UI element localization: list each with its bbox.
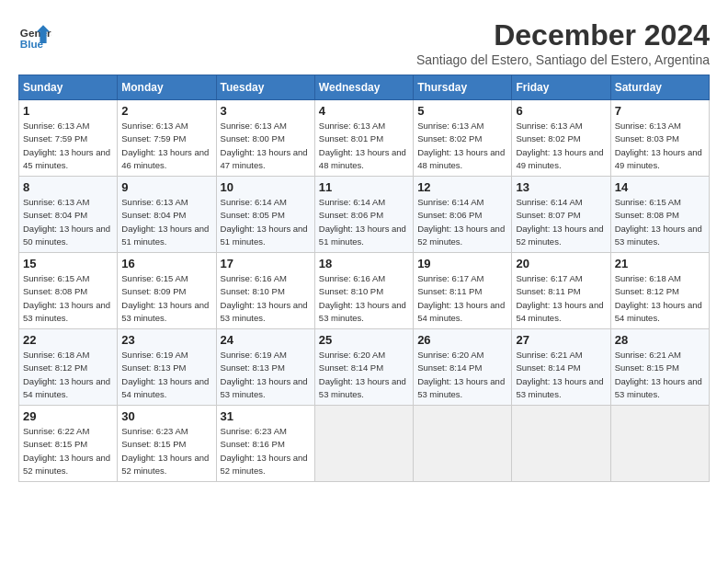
- sunset-label: Sunset: 8:02 PM: [417, 133, 482, 144]
- day-number: 24: [221, 333, 311, 347]
- day-number: 12: [417, 180, 507, 194]
- daylight-label: Daylight: 13 hours and 54 minutes.: [121, 376, 209, 399]
- calendar-table: Sunday Monday Tuesday Wednesday Thursday…: [18, 75, 710, 482]
- day-number: 23: [121, 333, 211, 347]
- daylight-label: Daylight: 13 hours and 54 minutes.: [23, 376, 110, 399]
- header-sunday: Sunday: [19, 75, 118, 100]
- daylight-label: Daylight: 13 hours and 53 minutes.: [23, 300, 110, 323]
- sunset-label: Sunset: 8:00 PM: [221, 133, 285, 144]
- sunrise-label: Sunrise: 6:21 AM: [516, 350, 582, 360]
- day-number: 13: [516, 180, 606, 194]
- daylight-label: Daylight: 13 hours and 51 minutes.: [121, 224, 209, 247]
- day-info: Sunrise: 6:15 AM Sunset: 8:08 PM Dayligh…: [615, 196, 705, 248]
- sunrise-label: Sunrise: 6:23 AM: [221, 426, 287, 436]
- sunset-label: Sunset: 8:10 PM: [221, 286, 285, 296]
- sunrise-label: Sunrise: 6:18 AM: [615, 273, 681, 283]
- sunrise-label: Sunrise: 6:22 AM: [23, 426, 89, 436]
- day-number: 8: [23, 180, 113, 194]
- day-number: 28: [615, 333, 705, 347]
- sunset-label: Sunset: 8:02 PM: [516, 133, 580, 144]
- sunset-label: Sunset: 8:05 PM: [221, 210, 285, 220]
- day-number: 4: [319, 104, 409, 118]
- calendar-row-1: 1 Sunrise: 6:13 AM Sunset: 7:59 PM Dayli…: [19, 100, 710, 177]
- daylight-label: Daylight: 13 hours and 53 minutes.: [221, 300, 308, 323]
- day-number: 6: [516, 104, 606, 118]
- sunset-label: Sunset: 8:11 PM: [516, 286, 580, 296]
- day-number: 31: [221, 409, 311, 423]
- day-number: 27: [516, 333, 606, 347]
- sunset-label: Sunset: 8:15 PM: [23, 439, 87, 449]
- daylight-label: Daylight: 13 hours and 48 minutes.: [319, 147, 406, 170]
- day-number: 14: [615, 180, 705, 194]
- daylight-label: Daylight: 13 hours and 52 minutes.: [516, 224, 603, 247]
- logo: General Blue: [18, 18, 51, 52]
- daylight-label: Daylight: 13 hours and 53 minutes.: [319, 376, 406, 399]
- sunset-label: Sunset: 7:59 PM: [121, 133, 186, 144]
- day-number: 19: [417, 257, 507, 270]
- empty-cell: [512, 406, 610, 482]
- sunrise-label: Sunrise: 6:21 AM: [615, 350, 681, 360]
- day-info: Sunrise: 6:13 AM Sunset: 7:59 PM Dayligh…: [121, 120, 211, 172]
- day-info: Sunrise: 6:16 AM Sunset: 8:10 PM Dayligh…: [319, 272, 409, 325]
- sunset-label: Sunset: 8:14 PM: [417, 362, 482, 373]
- day-info: Sunrise: 6:22 AM Sunset: 8:15 PM Dayligh…: [23, 425, 113, 477]
- day-number: 9: [121, 180, 211, 194]
- sunrise-label: Sunrise: 6:15 AM: [615, 197, 681, 207]
- month-title: December 2024: [416, 18, 710, 52]
- sunrise-label: Sunrise: 6:14 AM: [319, 197, 385, 207]
- header-thursday: Thursday: [414, 75, 512, 100]
- day-info: Sunrise: 6:18 AM Sunset: 8:12 PM Dayligh…: [23, 349, 113, 401]
- sunrise-label: Sunrise: 6:13 AM: [319, 121, 385, 131]
- sunrise-label: Sunrise: 6:14 AM: [417, 197, 483, 207]
- sunset-label: Sunset: 8:12 PM: [615, 286, 679, 296]
- sunset-label: Sunset: 8:10 PM: [319, 286, 383, 296]
- day-info: Sunrise: 6:13 AM Sunset: 7:59 PM Dayligh…: [23, 120, 113, 172]
- day-cell-2: 2 Sunrise: 6:13 AM Sunset: 7:59 PM Dayli…: [118, 100, 216, 177]
- day-info: Sunrise: 6:14 AM Sunset: 8:05 PM Dayligh…: [221, 196, 311, 248]
- day-cell-23: 23 Sunrise: 6:19 AM Sunset: 8:13 PM Dayl…: [118, 329, 216, 406]
- day-number: 17: [221, 257, 311, 270]
- day-info: Sunrise: 6:13 AM Sunset: 8:04 PM Dayligh…: [121, 196, 211, 248]
- calendar-row-2: 8 Sunrise: 6:13 AM Sunset: 8:04 PM Dayli…: [19, 177, 710, 253]
- day-info: Sunrise: 6:14 AM Sunset: 8:06 PM Dayligh…: [319, 196, 409, 248]
- day-number: 3: [221, 104, 311, 118]
- day-number: 29: [23, 409, 113, 423]
- day-info: Sunrise: 6:19 AM Sunset: 8:13 PM Dayligh…: [221, 349, 311, 401]
- empty-cell: [610, 406, 709, 482]
- daylight-label: Daylight: 13 hours and 54 minutes.: [516, 300, 603, 323]
- header-tuesday: Tuesday: [216, 75, 314, 100]
- sunrise-label: Sunrise: 6:17 AM: [417, 273, 483, 283]
- day-info: Sunrise: 6:21 AM Sunset: 8:15 PM Dayligh…: [615, 349, 705, 401]
- daylight-label: Daylight: 13 hours and 53 minutes.: [319, 300, 406, 323]
- daylight-label: Daylight: 13 hours and 52 minutes.: [221, 453, 308, 476]
- day-info: Sunrise: 6:23 AM Sunset: 8:16 PM Dayligh…: [221, 425, 311, 477]
- daylight-label: Daylight: 13 hours and 53 minutes.: [615, 376, 702, 399]
- day-number: 30: [121, 409, 211, 423]
- day-number: 20: [516, 257, 606, 270]
- day-number: 16: [121, 257, 211, 270]
- day-cell-30: 30 Sunrise: 6:23 AM Sunset: 8:15 PM Dayl…: [118, 406, 216, 482]
- day-info: Sunrise: 6:19 AM Sunset: 8:13 PM Dayligh…: [121, 349, 211, 401]
- day-number: 5: [417, 104, 507, 118]
- sunrise-label: Sunrise: 6:13 AM: [615, 121, 681, 131]
- sunrise-label: Sunrise: 6:16 AM: [221, 273, 287, 283]
- sunset-label: Sunset: 8:15 PM: [615, 362, 679, 373]
- day-cell-3: 3 Sunrise: 6:13 AM Sunset: 8:00 PM Dayli…: [216, 100, 314, 177]
- daylight-label: Daylight: 13 hours and 52 minutes.: [417, 224, 505, 247]
- sunset-label: Sunset: 8:09 PM: [121, 286, 186, 296]
- sunrise-label: Sunrise: 6:15 AM: [121, 273, 188, 283]
- day-number: 26: [417, 333, 507, 347]
- sunrise-label: Sunrise: 6:20 AM: [319, 350, 385, 360]
- daylight-label: Daylight: 13 hours and 53 minutes.: [121, 300, 209, 323]
- calendar-row-3: 15 Sunrise: 6:15 AM Sunset: 8:08 PM Dayl…: [19, 253, 710, 329]
- day-number: 15: [23, 257, 113, 270]
- weekday-header-row: Sunday Monday Tuesday Wednesday Thursday…: [19, 75, 710, 100]
- sunset-label: Sunset: 8:04 PM: [23, 210, 87, 220]
- daylight-label: Daylight: 13 hours and 47 minutes.: [221, 147, 308, 170]
- sunset-label: Sunset: 8:07 PM: [516, 210, 580, 220]
- day-info: Sunrise: 6:17 AM Sunset: 8:11 PM Dayligh…: [516, 272, 606, 325]
- day-number: 21: [615, 257, 705, 270]
- day-cell-28: 28 Sunrise: 6:21 AM Sunset: 8:15 PM Dayl…: [610, 329, 709, 406]
- day-info: Sunrise: 6:16 AM Sunset: 8:10 PM Dayligh…: [221, 272, 311, 325]
- day-cell-11: 11 Sunrise: 6:14 AM Sunset: 8:06 PM Dayl…: [314, 177, 413, 253]
